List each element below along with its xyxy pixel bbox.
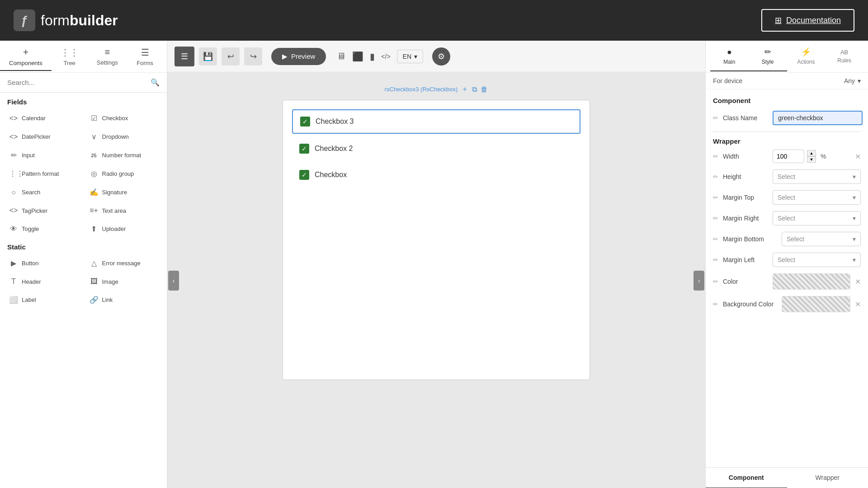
class-name-input[interactable]: [773, 111, 863, 125]
fields-section-label: Fields: [0, 93, 167, 109]
height-chevron-icon: ▾: [853, 173, 856, 180]
search-box: 🔍: [0, 73, 167, 93]
code-button[interactable]: </>: [379, 49, 392, 64]
component-section-title: Component: [713, 97, 861, 104]
field-item-checkbox[interactable]: ☑ Checkbox: [84, 109, 164, 127]
field-item-dropdown[interactable]: ∨ Dropdown: [84, 128, 164, 145]
field-item-number-format[interactable]: 25 Number format: [84, 146, 164, 164]
toggle-icon: 👁: [9, 225, 18, 233]
right-tab-rules[interactable]: AB Rules: [825, 43, 863, 70]
field-item-header[interactable]: T Header: [4, 273, 83, 290]
canvas-copy-button[interactable]: ⧉: [472, 85, 477, 94]
fields-grid: <> Calendar ☑ Checkbox <> DatePicker ∨ D…: [0, 109, 167, 238]
margin-left-select[interactable]: Select ▾: [773, 253, 861, 267]
header-icon: T: [9, 277, 18, 286]
signature-icon: ✍: [90, 188, 99, 197]
right-tab-main[interactable]: ● Main: [710, 42, 749, 71]
field-item-signature[interactable]: ✍ Signature: [84, 183, 164, 201]
static-grid: ▶ Button △ Error message T Header 🖼 Imag…: [0, 254, 167, 309]
field-item-label[interactable]: ⬜ Label: [4, 291, 83, 309]
search-input[interactable]: [7, 79, 147, 86]
field-item-image[interactable]: 🖼 Image: [84, 273, 164, 290]
radio-group-icon: ◎: [90, 169, 99, 178]
redo-icon: ↪: [250, 52, 257, 61]
right-panel: For device Any ▾ Component ✏ Class Name …: [705, 73, 868, 488]
preview-button[interactable]: ▶ Preview: [271, 48, 326, 65]
width-row: ✏ Width ▲ ▼ % ✕: [713, 150, 861, 163]
margin-right-select[interactable]: Select ▾: [773, 211, 861, 225]
right-tab-style[interactable]: ✏ Style: [749, 42, 787, 71]
width-clear-button[interactable]: ✕: [855, 152, 861, 161]
tab-tree[interactable]: ⋮⋮ Tree: [52, 43, 88, 70]
field-item-link[interactable]: 🔗 Link: [84, 291, 164, 309]
bg-color-swatch[interactable]: [782, 296, 850, 312]
mobile-button[interactable]: ▮: [368, 49, 377, 64]
color-swatch[interactable]: [773, 273, 850, 290]
field-item-uploader[interactable]: ⬆ Uploader: [84, 220, 164, 238]
field-item-button[interactable]: ▶ Button: [4, 254, 83, 272]
right-collapse-button[interactable]: ›: [693, 271, 704, 291]
field-item-tagpicker[interactable]: <> TagPicker: [4, 202, 83, 219]
bottom-tab-component[interactable]: Component: [706, 468, 787, 488]
checkbox-item-selected[interactable]: ✓ Checkbox 3: [292, 109, 580, 134]
margin-top-chevron-icon: ▾: [853, 194, 856, 201]
rules-tab-icon: AB: [840, 49, 848, 56]
height-select[interactable]: Select ▾: [773, 169, 861, 184]
redo-button[interactable]: ↪: [244, 47, 262, 66]
field-item-search[interactable]: ○ Search: [4, 183, 83, 201]
color-clear-button[interactable]: ✕: [855, 277, 861, 286]
tab-forms[interactable]: ☰ Forms: [127, 43, 163, 70]
checkbox-item-1[interactable]: ✓ Checkbox: [292, 164, 580, 186]
margin-bottom-pencil-icon: ✏: [713, 235, 718, 243]
margin-left-pencil-icon: ✏: [713, 256, 718, 263]
class-name-row: ✏ Class Name: [713, 111, 861, 125]
for-device-select[interactable]: Any ▾: [844, 77, 861, 84]
lang-select[interactable]: EN ▾: [397, 50, 423, 63]
bottom-tab-wrapper[interactable]: Wrapper: [787, 468, 868, 488]
menu-icon: ☰: [181, 52, 188, 61]
field-item-pattern-format[interactable]: ⋮⋮ Pattern format: [4, 165, 83, 183]
canvas-wrapper: rsCheckbox3 (RsCheckbox) ＋ ⧉ 🗑 ✓ Checkbo…: [167, 73, 705, 488]
bg-color-clear-button[interactable]: ✕: [855, 300, 861, 309]
checkbox-checked-icon: ✓: [300, 117, 310, 127]
field-item-textarea[interactable]: ≡+ Text area: [84, 202, 164, 219]
actions-tab-icon: ⚡: [801, 47, 811, 57]
chevron-down-icon: ▾: [414, 53, 417, 60]
canvas-add-button[interactable]: ＋: [461, 84, 468, 94]
tablet-button[interactable]: ⬛: [350, 49, 365, 64]
margin-bottom-chevron-icon: ▾: [853, 235, 856, 243]
search-field-icon: ○: [9, 188, 18, 197]
center-area: ‹ rsCheckbox3 (RsCheckbox) ＋ ⧉ 🗑 ✓ Check…: [167, 73, 705, 488]
canvas-delete-button[interactable]: 🗑: [481, 85, 488, 94]
right-tab-actions[interactable]: ⚡ Actions: [787, 42, 826, 71]
width-input[interactable]: [773, 150, 804, 163]
width-decrement-button[interactable]: ▼: [807, 156, 816, 163]
search-icon: 🔍: [151, 78, 160, 87]
field-item-datepicker[interactable]: <> DatePicker: [4, 128, 83, 145]
field-item-error-message[interactable]: △ Error message: [84, 254, 164, 272]
field-item-radio-group[interactable]: ◎ Radio group: [84, 165, 164, 183]
documentation-button[interactable]: ⊞ Documentation: [761, 9, 854, 32]
margin-left-row: ✏ Margin Left Select ▾: [713, 253, 861, 267]
color-row: ✏ Color ✕: [713, 273, 861, 290]
undo-button[interactable]: ↩: [222, 47, 240, 66]
canvas: ✓ Checkbox 3 ✓ Checkbox 2 ✓ Checkbox: [283, 100, 590, 380]
width-increment-button[interactable]: ▲: [807, 150, 816, 156]
checkbox-item-2[interactable]: ✓ Checkbox 2: [292, 137, 580, 160]
left-collapse-button[interactable]: ‹: [168, 271, 179, 291]
style-tab-icon: ✏: [764, 47, 771, 57]
margin-bottom-select[interactable]: Select ▾: [782, 232, 861, 246]
margin-top-select[interactable]: Select ▾: [773, 190, 861, 205]
field-item-toggle[interactable]: 👁 Toggle: [4, 220, 83, 238]
top-nav: ƒ formbuilder ⊞ Documentation: [0, 0, 868, 41]
field-item-input[interactable]: ✏ Input: [4, 146, 83, 164]
desktop-button[interactable]: 🖥: [335, 49, 348, 64]
editor-settings-button[interactable]: ⚙: [432, 47, 450, 66]
tab-settings[interactable]: ≡ Settings: [88, 43, 127, 70]
play-icon: ▶: [282, 52, 288, 61]
menu-button[interactable]: ☰: [175, 47, 194, 66]
save-button[interactable]: 💾: [199, 47, 217, 66]
tab-components[interactable]: ＋ Components: [0, 42, 52, 71]
field-item-calendar[interactable]: <> Calendar: [4, 109, 83, 127]
checkbox-1-icon: ✓: [299, 170, 309, 180]
